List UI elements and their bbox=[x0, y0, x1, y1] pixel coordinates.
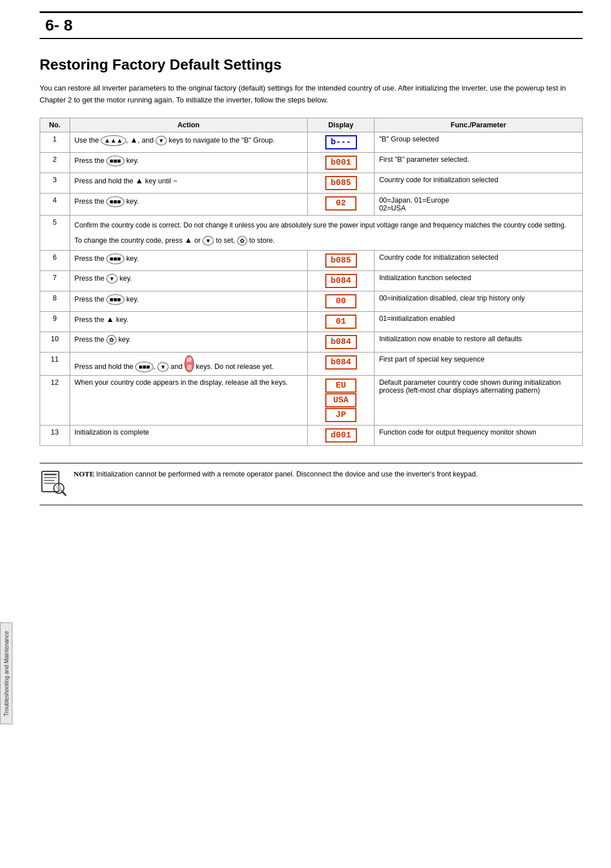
table-row: 10 Press the ✿ key. b084 Initialization … bbox=[40, 332, 583, 352]
row-action: Press the ■■■ key. bbox=[70, 250, 307, 270]
display-jp: JP bbox=[325, 408, 356, 422]
col-header-no: No. bbox=[40, 118, 70, 132]
row-number: 5 bbox=[40, 215, 70, 250]
display-value: b084 bbox=[325, 335, 357, 349]
row-number: 13 bbox=[40, 426, 70, 446]
row5-content: Confirm the country code is correct. Do … bbox=[75, 220, 578, 231]
key-btn: ■■■ bbox=[106, 196, 124, 207]
table-row: 9 Press the ▲ key. 01 01=initialization … bbox=[40, 311, 583, 332]
down-key: ▼ bbox=[156, 136, 167, 145]
row-display: b084 bbox=[307, 332, 374, 352]
table-row: 5 Confirm the country code is correct. D… bbox=[40, 215, 583, 250]
table-row: 7 Press the ▼ key. b084 Initialization f… bbox=[40, 270, 583, 291]
row-func: "B" Group selected bbox=[375, 132, 583, 152]
table-row: 8 Press the ■■■ key. 00 00=initializatio… bbox=[40, 291, 583, 311]
display-value: b085 bbox=[325, 176, 357, 190]
row-number: 11 bbox=[40, 352, 70, 375]
row-display: 00 bbox=[307, 291, 374, 311]
row-func: First "B" parameter selected. bbox=[375, 152, 583, 173]
key-btn: ▲▲▲ bbox=[101, 135, 126, 146]
row-func: Initialization now enable to restore all… bbox=[375, 332, 583, 352]
row-display: b085 bbox=[307, 250, 374, 270]
row-display: EU USA JP bbox=[307, 376, 374, 426]
row-func: 01=initialization enabled bbox=[375, 311, 583, 332]
display-value: b001 bbox=[325, 156, 357, 170]
store-key: ✿ bbox=[106, 335, 117, 345]
row-func: Country code for initialization selected bbox=[375, 173, 583, 193]
up-key: ▲ bbox=[106, 315, 114, 324]
up-key: ▲ bbox=[135, 176, 143, 185]
note-text-container: NOTE Initialization cannot be performed … bbox=[74, 469, 477, 480]
row-action: Press and hold the ▲ key until ~ bbox=[70, 173, 307, 193]
note-svg-icon: 🔍 bbox=[40, 469, 67, 496]
row-func: Function code for output frequency monit… bbox=[375, 426, 583, 446]
side-tab-label: Troubleshooting and Maintenance bbox=[3, 631, 10, 716]
note-icon: 🔍 bbox=[40, 469, 67, 499]
col-header-func: Func./Parameter bbox=[375, 118, 583, 132]
display-usa: USA bbox=[325, 393, 356, 407]
table-row: 4 Press the ■■■ key. 02 00=Japan, 01=Eur… bbox=[40, 193, 583, 215]
row-display: b001 bbox=[307, 152, 374, 173]
kanji-key: 緑进 bbox=[184, 355, 194, 372]
row-number: 1 bbox=[40, 132, 70, 152]
display-value: b--- bbox=[325, 135, 357, 149]
row5-instruction: To change the country code, press ▲ or ▼… bbox=[75, 235, 578, 246]
row-action: When your country code appears in the di… bbox=[70, 376, 307, 426]
key-btn: ■■■ bbox=[135, 362, 153, 372]
col-header-action: Action bbox=[70, 118, 307, 132]
key-btn: ■■■ bbox=[106, 156, 124, 166]
row-action: Press the ■■■ key. bbox=[70, 291, 307, 311]
store-key-inline: ✿ bbox=[237, 236, 247, 246]
row-display: b084 bbox=[307, 270, 374, 291]
page-number: 6- 8 bbox=[45, 16, 72, 34]
display-value: b085 bbox=[325, 253, 357, 268]
display-value: 01 bbox=[325, 315, 356, 329]
down-key: ▼ bbox=[157, 362, 169, 372]
row-display: 01 bbox=[307, 311, 374, 332]
svg-text:🔍: 🔍 bbox=[56, 485, 63, 492]
svg-rect-4 bbox=[44, 483, 55, 484]
row-display: b--- bbox=[307, 132, 374, 152]
note-section: 🔍 NOTE Initialization cannot be performe… bbox=[40, 463, 583, 505]
row-func: Default parameter country code shown dur… bbox=[375, 376, 583, 426]
note-body: Initialization cannot be performed with … bbox=[96, 470, 477, 478]
svg-line-6 bbox=[62, 492, 66, 495]
table-row: 13 Initialization is complete d001 Funct… bbox=[40, 426, 583, 446]
table-row: 1 Use the ▲▲▲, ▲, and ▼ keys to navigate… bbox=[40, 132, 583, 152]
row-number: 10 bbox=[40, 332, 70, 352]
display-value: 00 bbox=[325, 294, 356, 308]
svg-rect-2 bbox=[44, 477, 57, 478]
down-key-inline: ▼ bbox=[203, 236, 214, 246]
row-action-wide: Confirm the country code is correct. Do … bbox=[70, 215, 582, 250]
row-number: 7 bbox=[40, 270, 70, 291]
table-row: 11 Press and hold the ■■■, ▼ and 緑进 keys… bbox=[40, 352, 583, 375]
row-func: 00=initialization disabled, clear trip h… bbox=[375, 291, 583, 311]
row-number: 6 bbox=[40, 250, 70, 270]
side-tab: Troubleshooting and Maintenance bbox=[0, 622, 12, 724]
svg-rect-3 bbox=[44, 480, 54, 481]
display-value: b084 bbox=[325, 274, 357, 288]
row-func: First part of special key sequence bbox=[375, 352, 583, 375]
row-action: Initialization is complete bbox=[70, 426, 307, 446]
display-value: 02 bbox=[325, 196, 356, 210]
display-eu: EU bbox=[325, 379, 356, 393]
row-number: 3 bbox=[40, 173, 70, 193]
row-number: 2 bbox=[40, 152, 70, 173]
table-row: 3 Press and hold the ▲ key until ~ b085 … bbox=[40, 173, 583, 193]
multi-display: EU USA JP bbox=[312, 379, 369, 422]
row-func: Initialization function selected bbox=[375, 270, 583, 291]
row-action: Press the ▼ key. bbox=[70, 270, 307, 291]
row-number: 4 bbox=[40, 193, 70, 215]
row-action: Press the ✿ key. bbox=[70, 332, 307, 352]
display-value: b084 bbox=[325, 355, 357, 369]
row-func: Country code for initialization selected bbox=[375, 250, 583, 270]
row-action: Press the ■■■ key. bbox=[70, 152, 307, 173]
col-header-display: Display bbox=[307, 118, 374, 132]
row-number: 12 bbox=[40, 376, 70, 426]
row-action: Press the ■■■ key. bbox=[70, 193, 307, 215]
table-row: 6 Press the ■■■ key. b085 Country code f… bbox=[40, 250, 583, 270]
display-value: d001 bbox=[325, 428, 357, 442]
note-label: NOTE bbox=[74, 470, 94, 478]
row-func: 00=Japan, 01=Europe02=USA bbox=[375, 193, 583, 215]
row-display: b084 bbox=[307, 352, 374, 375]
